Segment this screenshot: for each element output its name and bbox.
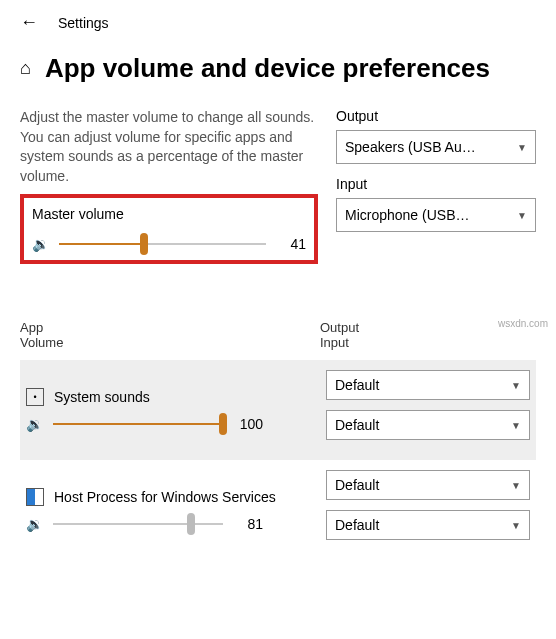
input-label: Input [336,176,536,192]
app-input-select[interactable]: Default ▼ [326,510,530,540]
chevron-down-icon: ▼ [511,480,521,491]
app-output-select[interactable]: Default ▼ [326,370,530,400]
speaker-icon[interactable]: 🔉 [32,236,49,252]
app-output-value: Default [335,477,379,493]
app-volume-value: 100 [233,416,263,432]
master-volume-value: 41 [276,236,306,252]
chevron-down-icon: ▼ [517,210,527,221]
speaker-icon[interactable]: 🔉 [26,516,43,532]
input-select[interactable]: Microphone (USB… ▼ [336,198,536,232]
app-volume-value: 81 [233,516,263,532]
app-input-value: Default [335,417,379,433]
chevron-down-icon: ▼ [511,380,521,391]
page-description: Adjust the master volume to change all s… [20,108,318,186]
master-volume-highlight: Master volume 🔉 41 [20,194,318,264]
app-row: • System sounds 🔉 100 Default ▼ Default … [20,360,536,460]
back-button[interactable]: ← [20,12,38,33]
apps-header-app: App [20,320,320,335]
app-output-select[interactable]: Default ▼ [326,470,530,500]
master-volume-slider[interactable] [59,243,266,245]
master-volume-label: Master volume [32,206,306,222]
apps-header-output: Output [320,320,359,335]
home-icon[interactable]: ⌂ [20,58,31,79]
app-row: Host Process for Windows Services 🔉 81 D… [20,460,536,560]
apps-header-input: Input [320,335,359,350]
app-input-value: Default [335,517,379,533]
system-sounds-icon: • [26,388,44,406]
chevron-down-icon: ▼ [511,520,521,531]
host-process-icon [26,488,44,506]
speaker-icon[interactable]: 🔉 [26,416,43,432]
app-input-select[interactable]: Default ▼ [326,410,530,440]
app-volume-slider[interactable] [53,523,223,525]
header-title: Settings [58,15,109,31]
chevron-down-icon: ▼ [517,142,527,153]
input-value: Microphone (USB… [345,207,470,223]
output-value: Speakers (USB Au… [345,139,476,155]
watermark: wsxdn.com [498,318,548,329]
app-volume-slider[interactable] [53,423,223,425]
apps-header-volume: Volume [20,335,320,350]
chevron-down-icon: ▼ [511,420,521,431]
output-label: Output [336,108,536,124]
page-title: App volume and device preferences [45,53,490,84]
app-name-label: System sounds [54,389,150,405]
app-name-label: Host Process for Windows Services [54,489,276,505]
app-output-value: Default [335,377,379,393]
output-select[interactable]: Speakers (USB Au… ▼ [336,130,536,164]
